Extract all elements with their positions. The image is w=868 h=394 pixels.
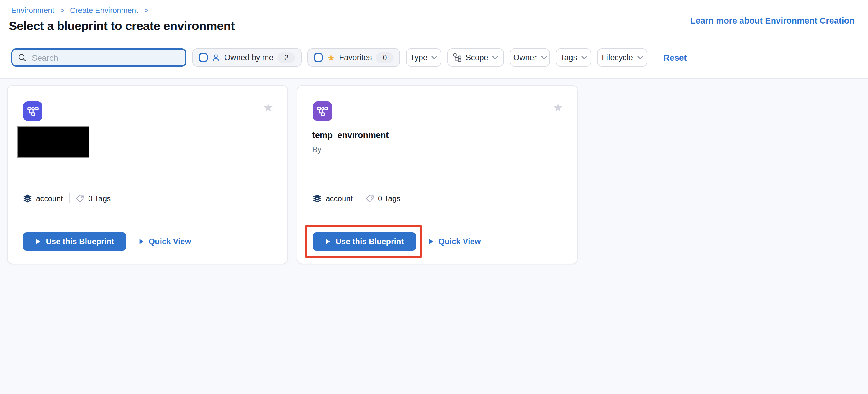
quick-view-label: Quick View bbox=[438, 237, 481, 246]
play-icon bbox=[325, 238, 330, 245]
favorites-filter[interactable]: ★ Favorites 0 bbox=[308, 48, 400, 67]
chevron-down-icon bbox=[581, 56, 587, 60]
use-this-blueprint-label: Use this Blueprint bbox=[336, 237, 404, 246]
use-this-blueprint-label: Use this Blueprint bbox=[46, 237, 114, 246]
play-icon bbox=[428, 238, 434, 245]
breadcrumb: Environment > Create Environment > bbox=[11, 6, 152, 15]
quick-view-label: Quick View bbox=[149, 237, 191, 246]
layers-account-icon bbox=[23, 194, 32, 203]
page-title: Select a blueprint to create environment bbox=[9, 19, 235, 33]
environment-create-page: Environment > Create Environment > Selec… bbox=[0, 0, 868, 394]
tags-dropdown[interactable]: Tags bbox=[556, 48, 592, 67]
owner-dropdown-label: Owner bbox=[514, 53, 537, 62]
scope-label: account bbox=[36, 194, 63, 203]
chevron-down-icon bbox=[432, 56, 438, 60]
search-box[interactable] bbox=[11, 48, 186, 67]
layers-account-icon bbox=[313, 194, 321, 203]
search-icon bbox=[18, 53, 27, 62]
blueprint-card: ★ account 0 Tags Use this Blueprint bbox=[7, 85, 288, 264]
person-icon bbox=[212, 54, 220, 62]
card-meta-row: account 0 Tags bbox=[313, 193, 400, 203]
redacted-blueprint-name bbox=[17, 126, 89, 158]
quick-view-link[interactable]: Quick View bbox=[428, 237, 481, 246]
lifecycle-dropdown-label: Lifecycle bbox=[602, 53, 633, 62]
breadcrumb-separator-icon: > bbox=[144, 6, 148, 15]
meta-divider bbox=[69, 193, 69, 203]
owned-by-me-filter[interactable]: Owned by me 2 bbox=[192, 48, 302, 67]
card-actions: Use this Blueprint Quick View bbox=[23, 232, 191, 251]
owner-dropdown[interactable]: Owner bbox=[510, 48, 550, 67]
meta-divider bbox=[359, 193, 359, 203]
blueprint-name: temp_environment bbox=[312, 130, 389, 140]
blueprint-icon bbox=[313, 101, 332, 121]
blueprint-icon bbox=[23, 101, 42, 121]
search-input[interactable] bbox=[31, 52, 180, 63]
type-dropdown-label: Type bbox=[410, 53, 428, 62]
favorite-star-icon: ★ bbox=[327, 53, 335, 62]
tags-count-label: 0 Tags bbox=[88, 194, 111, 203]
breadcrumb-separator-icon: > bbox=[60, 6, 64, 15]
scope-dropdown[interactable]: Scope bbox=[447, 48, 504, 67]
use-this-blueprint-button[interactable]: Use this Blueprint bbox=[313, 232, 416, 251]
blueprint-card: ★ temp_environment By account 0 Tags bbox=[297, 85, 578, 264]
blueprint-author: By bbox=[312, 145, 321, 154]
chevron-down-icon bbox=[541, 56, 547, 60]
scope-label: account bbox=[326, 194, 352, 203]
card-meta-row: account 0 Tags bbox=[23, 193, 111, 203]
tags-count-label: 0 Tags bbox=[378, 194, 400, 203]
reset-filters-button[interactable]: Reset bbox=[663, 53, 687, 62]
tags-dropdown-label: Tags bbox=[560, 53, 577, 62]
tag-icon bbox=[75, 194, 84, 203]
filter-bar: Owned by me 2 ★ Favorites 0 Type Scope bbox=[11, 48, 687, 67]
owned-by-me-checkbox[interactable] bbox=[199, 53, 208, 62]
card-actions: Use this Blueprint Quick View bbox=[313, 232, 481, 251]
chevron-down-icon bbox=[492, 56, 498, 60]
owned-by-me-count-badge: 2 bbox=[278, 52, 295, 63]
play-icon bbox=[35, 238, 40, 245]
favorites-count-badge: 0 bbox=[376, 52, 394, 63]
use-this-blueprint-button[interactable]: Use this Blueprint bbox=[23, 232, 126, 251]
favorite-toggle-icon[interactable]: ★ bbox=[553, 102, 563, 113]
play-icon bbox=[139, 238, 144, 245]
favorites-label: Favorites bbox=[339, 53, 372, 62]
owned-by-me-label: Owned by me bbox=[224, 53, 274, 62]
favorites-checkbox[interactable] bbox=[314, 53, 323, 62]
favorite-toggle-icon[interactable]: ★ bbox=[263, 102, 273, 113]
learn-more-link[interactable]: Learn more about Environment Creation bbox=[690, 16, 855, 25]
type-dropdown[interactable]: Type bbox=[406, 48, 442, 67]
chevron-down-icon bbox=[637, 56, 643, 60]
lifecycle-dropdown[interactable]: Lifecycle bbox=[597, 48, 648, 67]
hierarchy-icon bbox=[453, 53, 461, 62]
breadcrumb-create-environment[interactable]: Create Environment bbox=[70, 6, 138, 15]
quick-view-link[interactable]: Quick View bbox=[139, 237, 191, 246]
breadcrumb-environment[interactable]: Environment bbox=[11, 6, 54, 15]
page-header: Environment > Create Environment > Selec… bbox=[0, 0, 868, 79]
scope-dropdown-label: Scope bbox=[466, 53, 488, 62]
blueprint-grid: ★ account 0 Tags Use this Blueprint bbox=[0, 79, 868, 394]
tag-icon bbox=[365, 194, 374, 203]
